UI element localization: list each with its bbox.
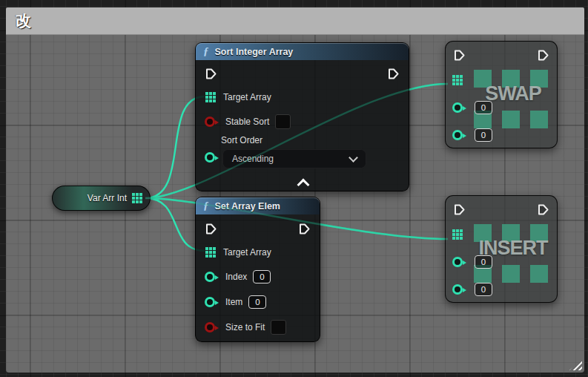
set-node-header[interactable]: ƒ Set Array Elem xyxy=(196,197,320,214)
int-pin-index[interactable] xyxy=(205,272,215,282)
insert-input2[interactable]: 0 xyxy=(475,283,492,296)
int-pin-1[interactable] xyxy=(452,257,463,267)
exec-out-pin[interactable] xyxy=(387,68,400,80)
exec-out-pin[interactable] xyxy=(298,223,311,235)
pin-label-stable-sort: Stable Sort xyxy=(225,117,269,127)
node-set-array-elem[interactable]: ƒ Set Array Elem Target Array Index 0 It… xyxy=(195,197,320,342)
int-pin-2[interactable] xyxy=(452,130,463,140)
bool-pin-size-to-fit[interactable] xyxy=(205,322,215,332)
array-pin-icon[interactable] xyxy=(452,229,455,232)
pin-label-target-array: Target Array xyxy=(223,247,271,258)
node-insert[interactable]: INSERT 0 0 xyxy=(445,195,558,303)
array-pin-icon[interactable] xyxy=(205,247,208,250)
array-output-pin-icon[interactable] xyxy=(132,193,135,196)
function-icon: ƒ xyxy=(203,200,209,212)
pin-label-target-array: Target Array xyxy=(223,92,271,102)
exec-in-pin[interactable] xyxy=(453,49,466,62)
int-pin-1[interactable] xyxy=(452,102,463,113)
bool-pin-stable-sort[interactable] xyxy=(205,117,215,127)
set-node-title: Set Array Elem xyxy=(215,201,280,212)
array-pin-icon[interactable] xyxy=(452,75,455,78)
sort-node-header[interactable]: ƒ Sort Integer Array xyxy=(196,43,409,60)
exec-in-pin[interactable] xyxy=(205,223,217,235)
exec-in-pin[interactable] xyxy=(205,68,217,80)
exec-out-pin[interactable] xyxy=(537,203,549,216)
enum-pin-sort-order[interactable] xyxy=(205,152,215,163)
function-icon: ƒ xyxy=(203,46,209,57)
swap-input2[interactable]: 0 xyxy=(475,128,492,142)
swap-input1[interactable]: 0 xyxy=(475,101,492,114)
variable-name-label: Var Arr Int xyxy=(87,193,127,203)
pin-label-sort-order: Sort Order xyxy=(221,135,262,145)
int-pin-2[interactable] xyxy=(452,284,463,295)
node-var-arr-int[interactable]: Var Arr Int xyxy=(52,186,151,211)
chevron-down-icon xyxy=(348,153,358,163)
item-value-input[interactable]: 0 xyxy=(248,295,266,309)
array-pin-icon[interactable] xyxy=(205,92,208,95)
pin-label-item: Item xyxy=(225,297,242,307)
exec-in-pin[interactable] xyxy=(453,203,466,216)
node-swap[interactable]: SWAP 0 0 xyxy=(445,41,558,148)
size-to-fit-checkbox[interactable] xyxy=(271,320,286,335)
pin-label-size-to-fit: Size to Fit xyxy=(225,322,265,332)
sort-order-select[interactable]: Ascending xyxy=(222,149,366,168)
node-sort-integer-array[interactable]: ƒ Sort Integer Array Target Array Stable… xyxy=(195,42,409,191)
index-value-input[interactable]: 0 xyxy=(253,270,271,283)
pin-label-index: Index xyxy=(225,272,247,282)
exec-out-pin[interactable] xyxy=(537,49,549,62)
sort-node-title: Sort Integer Array xyxy=(215,47,294,57)
stable-sort-checkbox[interactable] xyxy=(275,114,291,129)
int-pin-item[interactable] xyxy=(205,297,215,307)
collapse-advanced-button[interactable] xyxy=(297,179,310,191)
insert-input1[interactable]: 0 xyxy=(475,255,492,269)
sort-order-selected-value: Ascending xyxy=(232,154,274,164)
